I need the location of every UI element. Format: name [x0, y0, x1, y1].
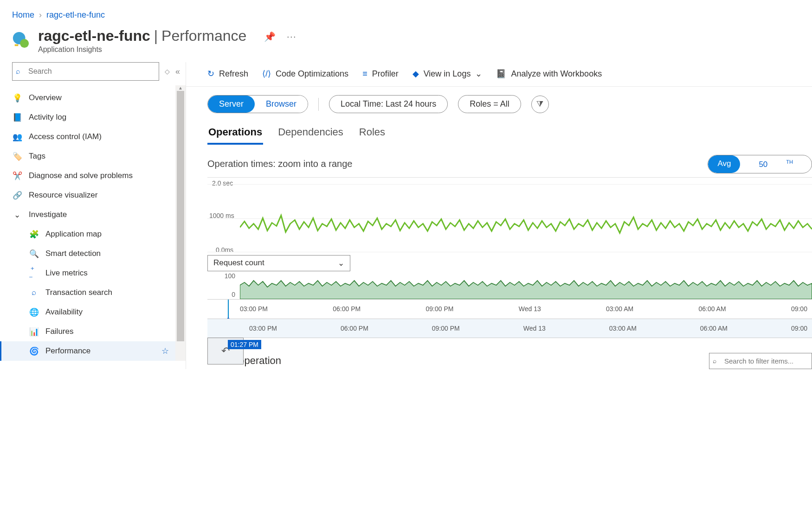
nav-performance[interactable]: 🌀Performance☆	[0, 341, 175, 361]
code-icon: ⟨/⟩	[262, 69, 271, 79]
chevron-down-icon: ⌄	[475, 69, 482, 79]
command-bar: ↻Refresh ⟨/⟩Code Optimizations ≡Profiler…	[186, 62, 812, 87]
detect-icon: 🔍	[29, 249, 39, 259]
nav-transaction-search[interactable]: ⌕Transaction search	[0, 283, 175, 302]
server-browser-toggle: Server Browser	[207, 95, 308, 113]
inner-tabs: Operations Dependencies Roles	[186, 121, 812, 145]
sidebar-search[interactable]: ⌕	[12, 62, 159, 81]
expand-icon[interactable]: ◇	[165, 68, 170, 75]
chart-title: Operation times: zoom into a range	[207, 159, 352, 169]
sidebar-scrollbar[interactable]: ▲	[175, 85, 186, 361]
refresh-button[interactable]: ↻Refresh	[207, 69, 248, 79]
resource-name: ragc-etl-ne-func	[38, 27, 150, 45]
main-content: ↻Refresh ⟨/⟩Code Optimizations ≡Profiler…	[186, 62, 812, 369]
search-icon: ⌕	[713, 357, 716, 364]
logs-icon: ◆	[412, 69, 419, 79]
svg-point-1	[20, 39, 29, 48]
search-icon: ⌕	[16, 67, 20, 76]
bars-icon: 📊	[29, 326, 39, 337]
more-icon[interactable]: ···	[287, 32, 296, 42]
scrollbar-thumb[interactable]	[177, 91, 184, 341]
profiler-icon: ≡	[362, 69, 367, 79]
chevron-down-icon: ⌄	[338, 258, 344, 268]
breadcrumb-resource[interactable]: ragc-etl-ne-func	[46, 10, 105, 20]
time-axis-bottom: 03:00 PM06:00 PM09:00 PMWed 1303:00 AM06…	[249, 325, 812, 332]
svg-marker-2	[240, 281, 812, 299]
line-chart-svg	[240, 178, 812, 254]
nav-tags[interactable]: 🏷️Tags	[0, 147, 175, 166]
avg-toggle[interactable]: Avg	[708, 155, 740, 173]
hierarchy-icon: 🔗	[12, 190, 22, 200]
time-range-filter[interactable]: Local Time: Last 24 hours	[329, 95, 448, 113]
nav-list: 💡Overview 📘Activity log 👥Access control …	[0, 85, 175, 361]
nav-iam[interactable]: 👥Access control (IAM)	[0, 127, 175, 147]
workbook-icon: 📓	[496, 69, 506, 79]
roles-filter[interactable]: Roles = All	[458, 95, 521, 113]
star-icon[interactable]: ☆	[161, 346, 169, 356]
y2-low: 0	[207, 291, 235, 298]
chevron-down-icon: ⌄	[12, 210, 22, 220]
app-insights-icon	[12, 31, 30, 49]
y-label-low: 0.0ms	[216, 246, 233, 254]
log-icon: 📘	[12, 112, 22, 122]
map-icon: 🧩	[29, 229, 39, 239]
page-subtitle: Application Insights	[38, 45, 246, 54]
server-toggle[interactable]: Server	[208, 96, 255, 113]
code-optimizations-button[interactable]: ⟨/⟩Code Optimizations	[262, 69, 348, 79]
funnel-icon: ⧩	[536, 99, 543, 109]
perf-icon: 🌀	[29, 346, 39, 356]
time-axis-top: 03:00 PM06:00 PM09:00 PMWed 1303:00 AM06…	[240, 305, 812, 313]
nav-resource-visualizer[interactable]: 🔗Resource visualizer	[0, 185, 175, 205]
nav-activity[interactable]: 📘Activity log	[0, 108, 175, 127]
bulb-icon: 💡	[12, 93, 22, 103]
nav-smart-detection[interactable]: 🔍Smart detection	[0, 244, 175, 263]
area-chart-svg	[240, 272, 812, 299]
page-name: Performance	[161, 27, 246, 45]
y-label-top: 2.0 sec	[212, 179, 233, 187]
view-logs-button[interactable]: ◆View in Logs ⌄	[412, 69, 483, 79]
time-scroller[interactable]: 03:00 PM06:00 PM09:00 PMWed 1303:00 AM06…	[207, 299, 812, 338]
y2-top: 100	[207, 272, 235, 280]
nav-diagnose[interactable]: ✂️Diagnose and solve problems	[0, 166, 175, 185]
people-icon: 👥	[12, 132, 22, 142]
add-filter-button[interactable]: ⧩	[531, 96, 549, 113]
refresh-icon: ↻	[207, 69, 214, 79]
nav-live-metrics[interactable]: ﹢⁻Live metrics	[0, 263, 175, 283]
cursor-time-badge: 01:27 PM	[228, 340, 261, 349]
nav-overview[interactable]: 💡Overview	[0, 88, 175, 108]
tools-icon: ✂️	[12, 171, 22, 181]
nav-app-map[interactable]: 🧩Application map	[0, 224, 175, 244]
p50-toggle[interactable]: 50TH	[740, 155, 812, 173]
breadcrumb: Home › ragc-etl-ne-func	[0, 0, 812, 26]
nav-failures[interactable]: 📊Failures	[0, 322, 175, 341]
scroll-up-icon[interactable]: ▲	[175, 85, 186, 90]
profiler-button[interactable]: ≡Profiler	[362, 69, 399, 79]
collapse-sidebar-icon[interactable]: «	[175, 67, 180, 77]
chevron-right-icon: ›	[39, 10, 42, 20]
pin-icon[interactable]: 📌	[264, 31, 276, 42]
search-input[interactable]	[12, 62, 159, 81]
workbooks-button[interactable]: 📓Analyze with Workbooks	[496, 69, 602, 79]
divider	[318, 98, 319, 111]
pulse-icon: ﹢⁻	[29, 268, 39, 278]
search-icon: ⌕	[29, 288, 39, 298]
page-title: ragc-etl-ne-func | Performance	[38, 27, 246, 45]
metric-selector[interactable]: Request count ⌄	[207, 255, 350, 271]
tab-roles[interactable]: Roles	[358, 121, 386, 145]
sidebar: ⌕ ◇ « 💡Overview 📘Activity log 👥Access co…	[0, 62, 186, 369]
breadcrumb-home[interactable]: Home	[12, 10, 34, 20]
time-cursor[interactable]	[228, 300, 229, 318]
page-header: ragc-etl-ne-func | Performance Applicati…	[0, 26, 812, 62]
operation-search-input[interactable]	[709, 353, 812, 369]
filter-row: Server Browser Local Time: Last 24 hours…	[186, 87, 812, 121]
request-count-chart[interactable]: 100 0	[207, 272, 812, 299]
nav-availability[interactable]: 🌐Availability	[0, 302, 175, 322]
nav-investigate-group[interactable]: ⌄Investigate	[0, 205, 175, 224]
percentile-toggle: Avg 50TH	[708, 155, 812, 173]
tag-icon: 🏷️	[12, 151, 22, 161]
operation-search[interactable]: ⌕	[709, 353, 812, 369]
browser-toggle[interactable]: Browser	[255, 96, 308, 113]
tab-operations[interactable]: Operations	[207, 121, 263, 145]
duration-chart[interactable]: 2.0 sec 1000 ms 0.0ms	[207, 177, 812, 254]
tab-dependencies[interactable]: Dependencies	[277, 121, 344, 145]
